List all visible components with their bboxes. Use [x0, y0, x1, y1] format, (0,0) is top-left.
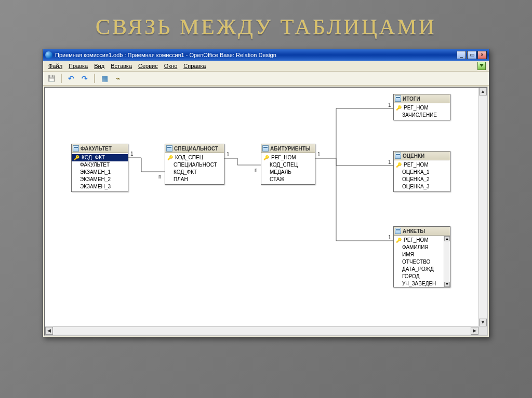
scroll-corner: [478, 326, 487, 335]
undo-button[interactable]: [66, 73, 76, 84]
field[interactable]: ПЛАН: [165, 176, 224, 183]
table-ocenki[interactable]: ОЦЕНКИ РЕГ_НОМ ОЦЕНКА_1 ОЦЕНКА_2 ОЦЕНКА_…: [393, 151, 450, 192]
scroll-left-icon[interactable]: ◀: [45, 327, 53, 335]
relation-canvas[interactable]: 1 n 1 n 1 1 1 1 ФАКУЛЬТЕТ: [45, 88, 478, 326]
field[interactable]: ОЦЕНКА_1: [394, 169, 450, 176]
menu-view[interactable]: Вид: [92, 62, 107, 70]
field[interactable]: МЕДАЛЬ: [261, 169, 315, 176]
app-window: Приемная комиссия1.odb : Приемная комисс…: [43, 49, 489, 337]
table-title: ФАКУЛЬТЕТ: [81, 146, 112, 152]
table-ankety[interactable]: АНКЕТЫ РЕГ_НОМ ФАМИЛИЯ ИМЯ ОТЧЕСТВО ДАТА…: [393, 226, 450, 287]
relation-lines: 1 n 1 n 1 1 1 1: [45, 88, 478, 326]
table-scrollbar[interactable]: ▲ ▼: [444, 236, 450, 287]
svg-text:1: 1: [227, 152, 230, 157]
svg-text:n: n: [158, 174, 162, 180]
table-fakultet[interactable]: ФАКУЛЬТЕТ КОД_ФКТ ФАКУЛЬТЕТ ЭКЗАМЕН_1 ЭК…: [71, 144, 128, 192]
svg-text:1: 1: [388, 235, 391, 240]
svg-text:n: n: [255, 167, 258, 173]
table-title: АНКЕТЫ: [403, 228, 425, 234]
redo-button[interactable]: [79, 73, 90, 84]
toolbar-separator: [94, 74, 95, 83]
field-reg-nom[interactable]: РЕГ_НОМ: [394, 237, 444, 244]
field[interactable]: ФАМИЛИЯ: [394, 244, 444, 251]
scroll-down-icon[interactable]: ▼: [444, 282, 450, 287]
field[interactable]: ОЦЕНКА_2: [394, 176, 450, 183]
field[interactable]: ОТЧЕСТВО: [394, 258, 444, 266]
table-title: ОЦЕНКИ: [403, 153, 424, 159]
close-button[interactable]: ×: [477, 51, 487, 59]
table-icon: [262, 145, 269, 152]
add-table-button[interactable]: [99, 73, 110, 84]
field[interactable]: УЧ_ЗАВЕДЕН: [394, 280, 444, 286]
field-reg-nom[interactable]: РЕГ_НОМ: [394, 104, 450, 112]
toolbar-separator: [61, 74, 62, 83]
svg-text:1: 1: [388, 102, 391, 108]
field[interactable]: ОЦЕНКА_3: [394, 183, 450, 190]
download-icon[interactable]: [477, 62, 486, 70]
table-specialnost[interactable]: СПЕЦИАЛЬНОСТ КОД_СПЕЦ СПЕЦИАЛЬНОСТ КОД_Ф…: [165, 144, 224, 185]
slide-title: СВЯЗЬ МЕЖДУ ТАБЛИЦАМИ: [0, 0, 532, 49]
relation-canvas-frame: 1 n 1 n 1 1 1 1 ФАКУЛЬТЕТ: [44, 87, 488, 336]
window-title: Приемная комиссия1.odb : Приемная комисс…: [55, 52, 457, 58]
menu-window[interactable]: Окно: [162, 62, 180, 70]
add-relation-button[interactable]: [113, 73, 123, 84]
field-kod-spec[interactable]: КОД_СПЕЦ: [165, 154, 224, 161]
table-title: СПЕЦИАЛЬНОСТ: [174, 146, 218, 152]
table-icon: [73, 145, 79, 152]
field[interactable]: ИМЯ: [394, 251, 444, 258]
table-icon: [395, 153, 401, 159]
app-icon: [45, 51, 52, 59]
minimize-button[interactable]: _: [457, 51, 466, 59]
field[interactable]: ЗАЧИСЛЕНИЕ: [394, 112, 450, 119]
horizontal-scrollbar[interactable]: ◀ ▶: [45, 326, 478, 335]
table-title: АБИТУРИЕНТЫ: [270, 146, 311, 152]
table-icon: [166, 145, 172, 152]
maximize-button[interactable]: ▭: [467, 51, 476, 59]
menu-help[interactable]: Справка: [181, 62, 208, 70]
menu-insert[interactable]: Вставка: [109, 62, 134, 70]
scroll-up-icon[interactable]: ▲: [479, 88, 487, 95]
toolbar: [43, 72, 489, 86]
field-kod-fkt[interactable]: КОД_ФКТ: [72, 154, 128, 161]
scroll-up-icon[interactable]: ▲: [444, 236, 450, 241]
menu-edit[interactable]: Правка: [66, 62, 90, 70]
field[interactable]: ФАКУЛЬТЕТ: [72, 161, 128, 169]
field-reg-nom[interactable]: РЕГ_НОМ: [261, 154, 315, 161]
field-reg-nom[interactable]: РЕГ_НОМ: [394, 161, 450, 169]
field[interactable]: СПЕЦИАЛЬНОСТ: [165, 161, 224, 169]
field[interactable]: КОД_ФКТ: [165, 169, 224, 176]
table-icon: [395, 95, 401, 102]
field[interactable]: ДАТА_РОЖД: [394, 266, 444, 273]
vertical-scrollbar[interactable]: ▲ ▼: [478, 88, 487, 326]
menu-file[interactable]: Файл: [46, 62, 64, 70]
field[interactable]: ЭКЗАМЕН_1: [72, 169, 128, 176]
field[interactable]: ЭКЗАМЕН_2: [72, 176, 128, 183]
scroll-down-icon[interactable]: ▼: [479, 319, 487, 326]
svg-text:1: 1: [388, 159, 391, 165]
titlebar[interactable]: Приемная комиссия1.odb : Приемная комисс…: [43, 49, 489, 61]
menu-tools[interactable]: Сервис: [136, 62, 160, 70]
table-abiturienty[interactable]: АБИТУРИЕНТЫ РЕГ_НОМ КОД_СПЕЦ МЕДАЛЬ СТАЖ: [261, 144, 315, 185]
menubar: Файл Правка Вид Вставка Сервис Окно Спра…: [43, 61, 489, 72]
save-button[interactable]: [46, 73, 57, 84]
scroll-right-icon[interactable]: ▶: [471, 327, 478, 335]
field[interactable]: ЭКЗАМЕН_3: [72, 183, 128, 190]
svg-text:1: 1: [317, 152, 321, 157]
field[interactable]: СТАЖ: [261, 176, 315, 183]
field[interactable]: ГОРОД: [394, 273, 444, 280]
svg-text:1: 1: [130, 151, 134, 157]
table-itogi[interactable]: ИТОГИ РЕГ_НОМ ЗАЧИСЛЕНИЕ: [393, 94, 450, 120]
table-title: ИТОГИ: [403, 96, 420, 102]
table-icon: [395, 228, 401, 234]
field[interactable]: КОД_СПЕЦ: [261, 161, 315, 169]
